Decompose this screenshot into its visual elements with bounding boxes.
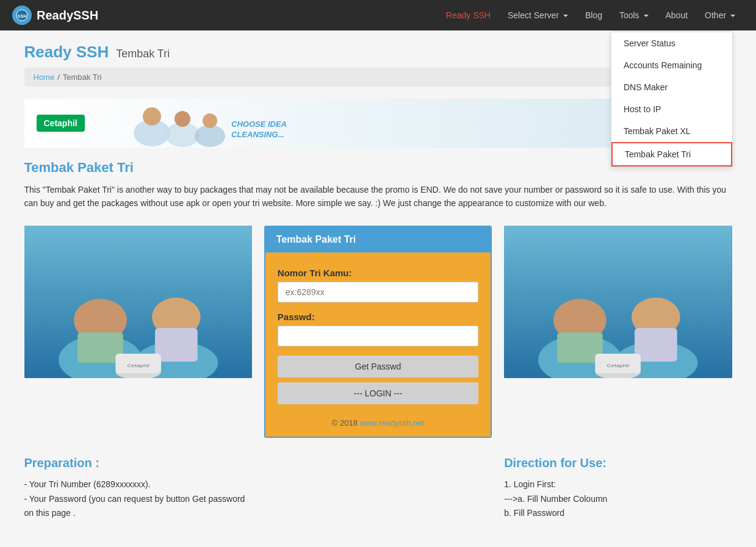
nav-link-blog[interactable]: Blog: [577, 1, 611, 29]
nav-item-about: About: [657, 1, 697, 29]
dropdown-item-tembak-tri[interactable]: Tembak Paket Tri: [611, 142, 732, 166]
preparation-line-2: - Your Password (you can request by butt…: [24, 492, 252, 521]
direction-line-2: --->a. Fill Number Coloumn: [504, 492, 732, 507]
dropdown-item-tembak-xl[interactable]: Tembak Paket XL: [611, 120, 732, 142]
section-description: This "Tembak Paket Tri" is another way t…: [24, 183, 732, 210]
dropdown-item-accounts-remaining[interactable]: Accounts Remaining: [611, 54, 732, 76]
svg-point-7: [203, 113, 217, 128]
passwd-label: Passwd:: [278, 312, 478, 322]
svg-text:Cetaphil: Cetaphil: [607, 363, 629, 368]
form-box-header: Tembak Paket Tri: [265, 227, 491, 252]
selectserver-caret: [563, 15, 568, 17]
brand-link[interactable]: SSH ReadySSH: [12, 5, 98, 25]
dropdown-item-server-status[interactable]: Server Status: [611, 32, 732, 54]
dropdown-item-host-to-ip[interactable]: Host to IP: [611, 98, 732, 120]
nav-link-readyssh[interactable]: Ready SSH: [437, 1, 499, 29]
left-ad-svg: Cetaphil: [24, 226, 252, 378]
other-caret: [730, 15, 735, 17]
dropdown-link-host-to-ip[interactable]: Host to IP: [611, 98, 732, 120]
svg-text:CLEANSING...: CLEANSING...: [231, 130, 284, 139]
svg-point-5: [175, 111, 190, 127]
dropdown-link-dns-maker[interactable]: DNS Maker: [611, 76, 732, 98]
svg-point-3: [143, 107, 161, 126]
footer-link[interactable]: www.readyssh.net: [360, 418, 425, 427]
form-box: Tembak Paket Tri Nomor Tri Kamu: Passwd:…: [264, 226, 492, 438]
preparation-section: Preparation : - Your Tri Number (6289xxx…: [24, 456, 252, 521]
brand-label: ReadySSH: [37, 9, 98, 23]
page-subtitle: Tembak Tri: [116, 48, 170, 60]
nav-item-readyssh: Ready SSH: [437, 1, 499, 29]
three-col-layout: THE TRUSTEDDAILY MOISTURIZER Cetaphil ⓘ …: [24, 226, 732, 438]
right-ad: THE TRUSTEDDAILY MOISTURIZER Cetaphil ⓘ …: [504, 226, 732, 378]
tools-caret: [644, 15, 649, 17]
nomor-input[interactable]: [278, 282, 478, 302]
nav-link-tools[interactable]: Tools: [611, 1, 657, 29]
bottom-center-spacer: [264, 456, 492, 521]
dropdown-link-tembak-tri[interactable]: Tembak Paket Tri: [613, 143, 731, 165]
ad-people-svg: CHOOSE IDEAL CLEANSING...: [103, 99, 286, 147]
nav-menu: Ready SSH Select Server Blog Tools Serve…: [437, 1, 744, 29]
brand-logo: SSH: [12, 5, 32, 25]
direction-heading: Direction for Use:: [504, 456, 732, 470]
nav-item-other: Other: [696, 1, 744, 29]
direction-line-3: b. Fill Password: [504, 506, 732, 521]
dropdown-link-server-status[interactable]: Server Status: [611, 32, 732, 54]
nav-item-blog: Blog: [577, 1, 611, 29]
nav-link-about[interactable]: About: [657, 1, 697, 29]
svg-text:SSH: SSH: [18, 14, 26, 18]
get-passwd-button[interactable]: Get Passwd: [278, 356, 478, 377]
page-title: Ready SSH: [24, 43, 109, 61]
login-button[interactable]: --- LOGIN ---: [278, 382, 478, 404]
svg-rect-26: [635, 328, 677, 362]
right-ad-svg: Cetaphil: [504, 226, 732, 378]
svg-text:Cetaphil: Cetaphil: [127, 363, 149, 368]
nav-link-other[interactable]: Other: [696, 1, 744, 29]
navbar: SSH ReadySSH Ready SSH Select Server Blo…: [0, 0, 756, 30]
svg-rect-16: [155, 328, 198, 362]
form-box-body: Nomor Tri Kamu: Passwd: Get Passwd --- L…: [265, 252, 491, 437]
dropdown-item-dns-maker[interactable]: DNS Maker: [611, 76, 732, 98]
dropdown-link-accounts-remaining[interactable]: Accounts Remaining: [611, 54, 732, 76]
preparation-line-1: - Your Tri Number (6289xxxxxxx).: [24, 477, 252, 492]
passwd-input[interactable]: [278, 326, 478, 346]
nav-link-selectserver[interactable]: Select Server: [499, 1, 577, 29]
breadcrumb-home-link[interactable]: Home: [34, 73, 55, 82]
nav-item-selectserver: Select Server: [499, 1, 577, 29]
dropdown-link-tembak-xl[interactable]: Tembak Paket XL: [611, 120, 732, 142]
svg-text:CHOOSE IDEAL: CHOOSE IDEAL: [231, 120, 286, 129]
breadcrumb-current: Tembak Tri: [63, 73, 102, 82]
preparation-heading: Preparation :: [24, 456, 252, 470]
svg-point-6: [195, 125, 225, 147]
nomor-label: Nomor Tri Kamu:: [278, 268, 478, 278]
nav-item-tools: Tools Server Status Accounts Remaining D…: [611, 1, 657, 29]
breadcrumb-separator: /: [57, 73, 60, 82]
direction-section: Direction for Use: 1. Login First: --->a…: [504, 456, 732, 521]
left-ad: THE TRUSTEDDAILY MOISTURIZER Cetaphil ⓘ …: [24, 226, 252, 378]
form-footer: © 2018 www.readyssh.net: [278, 418, 478, 427]
cetaphil-logo-top: Cetaphil: [37, 115, 85, 132]
direction-line-1: 1. Login First:: [504, 477, 732, 492]
tools-dropdown: Server Status Accounts Remaining DNS Mak…: [611, 32, 733, 167]
bottom-section: Preparation : - Your Tri Number (6289xxx…: [24, 456, 732, 521]
